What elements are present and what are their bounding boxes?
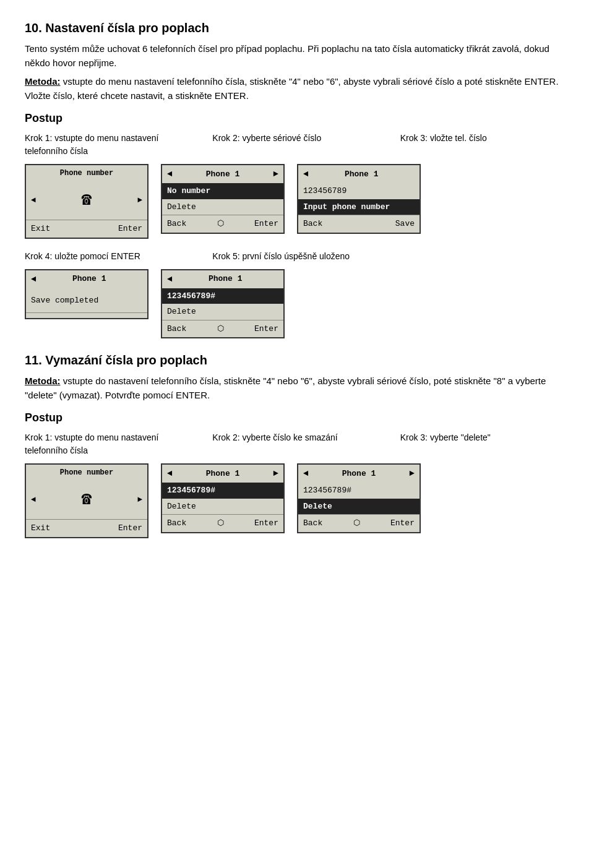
screen10-4-footer: [26, 312, 147, 318]
screen11-3-arrow-left: ◄: [303, 467, 308, 480]
screen11-3-row2: Delete: [298, 499, 420, 515]
section10-step5-label: Krok 5: první číslo úspěšně uloženo: [212, 250, 381, 263]
screen10-1: Phone number ◄ ☎ ► Exit Enter: [25, 164, 148, 239]
screen10-2-header: ◄ Phone 1 ►: [162, 165, 283, 183]
section11-step1-label: Krok 1: vstupte do menu nastavení telefo…: [25, 431, 194, 457]
screen10-1-arrow-right: ►: [137, 194, 142, 207]
screen11-3-arrow-right: ►: [410, 467, 415, 480]
section11-postup: Postup: [25, 410, 569, 426]
section10-metoda-text: vstupte do menu nastavení telefonního čí…: [25, 76, 559, 101]
screen11-1-body: ◄ ☎ ►: [26, 478, 147, 519]
screen10-3-footer-left: Back: [303, 218, 322, 230]
screen10-3-body: 123456789 Input phone number: [298, 183, 420, 215]
screen10-5-row1: 123456789#: [162, 288, 283, 304]
screen11-2-footer-middle: ⬡: [217, 517, 224, 530]
screen10-1-footer-right: Enter: [118, 223, 142, 235]
screen10-2-row2: Delete: [162, 199, 283, 215]
screen10-2-arrow-left: ◄: [167, 168, 172, 181]
section11-para: Metoda: vstupte do nastavení telefonního…: [25, 374, 569, 402]
screen10-1-footer-left: Exit: [31, 223, 50, 235]
screen11-2-arrow-right: ►: [273, 467, 278, 480]
screen11-3-footer: Back ⬡ Enter: [298, 514, 420, 532]
screen10-2-arrow-right: ►: [273, 168, 278, 181]
screen10-1-phone-icon: ☎: [82, 187, 92, 213]
section11-step3-label: Krok 3: vyberte "delete": [400, 431, 569, 444]
screen10-3-header-text: Phone 1: [345, 168, 379, 181]
screen10-3-footer-right: Save: [395, 218, 415, 230]
screen10-2-header-text: Phone 1: [206, 168, 240, 181]
screen10-5-header-text: Phone 1: [209, 273, 243, 285]
screen10-4-header-text: Phone 1: [72, 273, 106, 285]
screen11-1-phone-icon: ☎: [82, 487, 92, 513]
screen11-1-footer-left: Exit: [31, 522, 50, 535]
screen11-3: ◄ Phone 1 ► 123456789# Delete Back ⬡ Ent…: [297, 463, 421, 533]
section10-step2-label: Krok 2: vyberte sériové číslo: [212, 132, 381, 145]
section11-screens-row: Phone number ◄ ☎ ► Exit Enter ◄ Phone 1 …: [25, 463, 569, 538]
screen10-2-footer-middle: ⬡: [217, 218, 224, 230]
screen11-2-arrow-left: ◄: [167, 467, 172, 480]
screen10-5-body: 123456789# Delete: [162, 288, 283, 320]
screen11-1-header: Phone number: [26, 465, 147, 478]
screen10-5-header: ◄ Phone 1: [162, 270, 283, 288]
section10-metoda-label: Metoda:: [25, 76, 61, 87]
screen11-2-header: ◄ Phone 1 ►: [162, 465, 283, 483]
screen10-4-row1: Save completed: [26, 288, 147, 313]
section11-step-labels: Krok 1: vstupte do menu nastavení telefo…: [25, 431, 569, 457]
screen10-3: ◄ Phone 1 123456789 Input phone number B…: [297, 164, 421, 234]
screen10-2-footer: Back ⬡ Enter: [162, 215, 283, 233]
screen10-4-arrow-left: ◄: [31, 273, 36, 286]
screen10-5-footer-left: Back: [167, 323, 186, 335]
screen10-5-arrow-left: ◄: [167, 273, 172, 286]
screen11-1-arrow-left: ◄: [31, 494, 36, 506]
section10-postup: Postup: [25, 110, 569, 127]
section10-para2: Metoda: vstupte do menu nastavení telefo…: [25, 75, 569, 103]
screen10-3-arrow-left: ◄: [303, 168, 308, 181]
screen11-3-row1: 123456789#: [298, 483, 420, 499]
screen10-4-body: Save completed: [26, 288, 147, 313]
section11-title: 11. Vymazání čísla pro poplach: [25, 351, 569, 369]
screen11-2-header-text: Phone 1: [206, 468, 240, 480]
screen11-2-footer: Back ⬡ Enter: [162, 514, 283, 532]
screen11-3-header: ◄ Phone 1 ►: [298, 465, 420, 483]
screen10-1-footer: Exit Enter: [26, 220, 147, 238]
screen10-3-row1: 123456789: [298, 183, 420, 199]
screen10-1-arrow-left: ◄: [31, 194, 36, 207]
screen10-2-row1: No number: [162, 183, 283, 199]
screen11-3-body: 123456789# Delete: [298, 483, 420, 514]
screen11-2: ◄ Phone 1 ► 123456789# Delete Back ⬡ Ent…: [161, 463, 285, 533]
section10-screens-row1: Phone number ◄ ☎ ► Exit Enter ◄ Phone 1 …: [25, 164, 569, 239]
screen10-5-footer-middle: ⬡: [217, 323, 224, 335]
section10-title: 10. Nastavení čísla pro poplach: [25, 19, 569, 37]
screen11-2-footer-left: Back: [167, 517, 186, 530]
screen10-2-body: No number Delete: [162, 183, 283, 215]
screen11-1-footer: Exit Enter: [26, 519, 147, 537]
section10-para1: Tento systém může uchovat 6 telefonních …: [25, 42, 569, 70]
section11-step2-label: Krok 2: vyberte číslo ke smazání: [212, 431, 381, 444]
screen11-3-footer-left: Back: [303, 517, 322, 530]
screen10-3-row2: Input phone number: [298, 199, 420, 215]
screen11-2-body: 123456789# Delete: [162, 483, 283, 514]
screen11-1: Phone number ◄ ☎ ► Exit Enter: [25, 463, 148, 538]
section11-metoda-label: Metoda:: [25, 376, 61, 386]
screen11-2-row2: Delete: [162, 499, 283, 515]
screen11-3-footer-right: Enter: [390, 517, 415, 530]
section10-step-labels2: Krok 4: uložte pomocí ENTER Krok 5: prvn…: [25, 250, 569, 263]
screen11-1-arrow-right: ►: [137, 494, 142, 506]
screen10-1-header: Phone number: [26, 165, 147, 179]
section10-step4-label: Krok 4: uložte pomocí ENTER: [25, 250, 194, 263]
section10-step-labels: Krok 1: vstupte do menu nastavení telefo…: [25, 132, 569, 158]
section10-step1-label: Krok 1: vstupte do menu nastavení telefo…: [25, 132, 194, 158]
section10-screens-row2: ◄ Phone 1 Save completed ◄ Phone 1 12345…: [25, 269, 569, 339]
screen10-2: ◄ Phone 1 ► No number Delete Back ⬡ Ente…: [161, 164, 285, 234]
screen11-3-header-text: Phone 1: [342, 468, 376, 480]
screen10-5-footer: Back ⬡ Enter: [162, 320, 283, 338]
screen10-5-row2: Delete: [162, 304, 283, 320]
screen10-5-footer-right: Enter: [254, 323, 278, 335]
screen10-2-footer-right: Enter: [254, 218, 278, 230]
screen10-2-footer-left: Back: [167, 218, 186, 230]
screen11-3-footer-middle: ⬡: [353, 517, 360, 530]
screen10-1-body: ◄ ☎ ►: [26, 179, 147, 220]
section10-step3-label: Krok 3: vložte tel. číslo: [400, 132, 569, 145]
screen11-2-row1: 123456789#: [162, 483, 283, 499]
section11-metoda-text: vstupte do nastavení telefonního čísla, …: [25, 376, 546, 400]
